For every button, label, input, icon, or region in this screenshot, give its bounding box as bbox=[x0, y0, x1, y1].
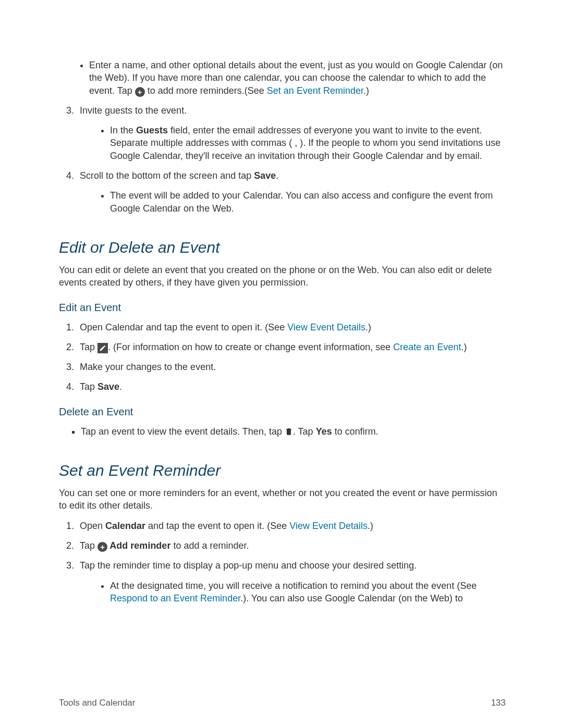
text: Tap bbox=[80, 540, 97, 551]
heading-edit-delete: Edit or Delete an Event bbox=[59, 239, 506, 256]
footer-page-number: 133 bbox=[491, 698, 506, 708]
bold-text: Yes bbox=[316, 426, 332, 437]
text: .) bbox=[461, 342, 467, 352]
plus-icon bbox=[135, 87, 145, 97]
text: .) bbox=[368, 521, 373, 531]
list-item: Tap the reminder time to display a pop-u… bbox=[77, 559, 506, 604]
page-footer: Tools and Calendar 133 bbox=[59, 698, 506, 708]
list-item: Make your changes to the event. bbox=[77, 361, 506, 373]
bold-text: Save bbox=[97, 381, 119, 392]
footer-left: Tools and Calendar bbox=[59, 698, 135, 708]
subheading-delete: Delete an Event bbox=[59, 406, 506, 418]
bold-text: Add reminder bbox=[107, 540, 170, 551]
sub-list: The event will be added to your Calendar… bbox=[89, 189, 506, 215]
intro-bullet-list: Enter a name, and other optional details… bbox=[68, 59, 506, 97]
text: .) bbox=[363, 85, 369, 96]
list-item: Tap . (For information on how to create … bbox=[77, 341, 506, 353]
link-view-event-details[interactable]: View Event Details bbox=[287, 322, 365, 332]
text: .). You can also use Google Calendar (on… bbox=[240, 593, 463, 603]
bold-text: Calendar bbox=[105, 521, 145, 531]
edit-steps: Open Calendar and tap the event to open … bbox=[62, 321, 506, 393]
text: In the bbox=[110, 125, 136, 135]
list-item: Scroll to the bottom of the screen and t… bbox=[77, 169, 506, 215]
text: to add more reminders.(See bbox=[145, 85, 267, 96]
text: Make your changes to the event. bbox=[80, 362, 216, 372]
text: Tap bbox=[80, 342, 97, 352]
text: Scroll to the bottom of the screen and t… bbox=[80, 170, 254, 181]
text: Open Calendar and tap the event to open … bbox=[80, 322, 287, 332]
sub-list: At the designated time, you will receive… bbox=[89, 579, 506, 605]
list-item: The event will be added to your Calendar… bbox=[110, 189, 506, 215]
page-content: Enter a name, and other optional details… bbox=[0, 0, 563, 604]
subheading-edit: Edit an Event bbox=[59, 302, 506, 314]
text: and tap the event to open it. (See bbox=[145, 521, 289, 531]
bold-text: Save bbox=[254, 170, 276, 181]
text: . bbox=[276, 170, 278, 181]
plus-icon bbox=[97, 542, 107, 552]
sub-list: In the Guests field, enter the email add… bbox=[89, 124, 506, 162]
list-item: Open Calendar and tap the event to open … bbox=[77, 520, 506, 532]
list-item: Tap Save. bbox=[77, 380, 506, 393]
numbered-list-top: Invite guests to the event. In the Guest… bbox=[62, 104, 506, 215]
heading-set-reminder: Set an Event Reminder bbox=[59, 462, 506, 479]
link-create-event[interactable]: Create an Event bbox=[393, 342, 461, 352]
intro-text: You can set one or more reminders for an… bbox=[59, 487, 506, 512]
text: . (For information on how to create or c… bbox=[108, 342, 393, 352]
text: . bbox=[119, 381, 122, 392]
intro-text: You can edit or delete an event that you… bbox=[59, 264, 506, 289]
text: to add a reminder. bbox=[170, 540, 249, 551]
text: The event will be added to your Calendar… bbox=[110, 190, 493, 213]
list-item: Enter a name, and other optional details… bbox=[89, 59, 506, 97]
reminder-steps: Open Calendar and tap the event to open … bbox=[62, 520, 506, 604]
list-item: Tap an event to view the event details. … bbox=[81, 425, 506, 438]
list-item: In the Guests field, enter the email add… bbox=[110, 124, 506, 162]
delete-list: Tap an event to view the event details. … bbox=[68, 425, 506, 438]
list-item: Invite guests to the event. In the Guest… bbox=[77, 104, 506, 162]
list-item: Open Calendar and tap the event to open … bbox=[77, 321, 506, 334]
list-item: At the designated time, you will receive… bbox=[110, 579, 506, 605]
pencil-icon bbox=[97, 343, 108, 353]
text: Tap an event to view the event details. … bbox=[81, 426, 285, 437]
bold-text: Guests bbox=[136, 125, 168, 135]
link-set-event-reminder[interactable]: Set an Event Reminder bbox=[267, 85, 363, 96]
text: Tap bbox=[80, 381, 97, 392]
text: . Tap bbox=[293, 426, 316, 437]
text: Open bbox=[80, 521, 105, 531]
trash-icon bbox=[285, 427, 293, 436]
text: Tap the reminder time to display a pop-u… bbox=[80, 560, 417, 571]
text: .) bbox=[365, 322, 371, 332]
text: Invite guests to the event. bbox=[80, 105, 187, 116]
text: At the designated time, you will receive… bbox=[110, 581, 476, 591]
link-view-event-details[interactable]: View Event Details bbox=[289, 521, 368, 531]
list-item: Tap Add reminder to add a reminder. bbox=[77, 539, 506, 552]
text: field, enter the email addresses of ever… bbox=[110, 125, 500, 161]
text: to confirm. bbox=[332, 426, 378, 437]
link-respond-reminder[interactable]: Respond to an Event Reminder bbox=[110, 593, 240, 603]
